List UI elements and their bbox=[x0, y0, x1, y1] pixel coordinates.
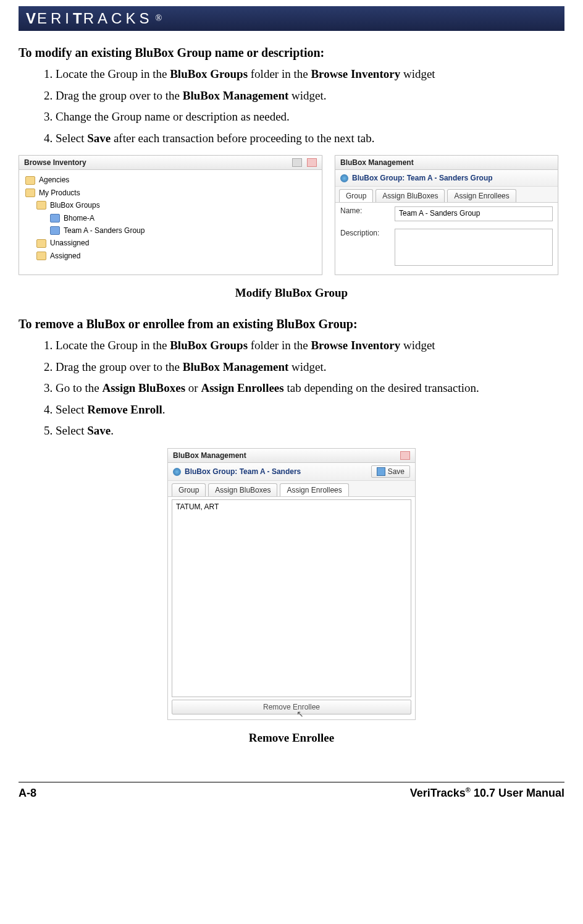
group-header: BluBox Group: Team A - Sanders Save bbox=[168, 463, 415, 481]
manual-title: VeriTracks® 10.7 User Manual bbox=[410, 786, 564, 800]
caption-modify: Modify BluBox Group bbox=[19, 286, 564, 300]
tree-item-bhome[interactable]: Bhome-A bbox=[25, 212, 316, 224]
page-number: A-8 bbox=[19, 787, 36, 800]
name-label: Name: bbox=[340, 206, 390, 215]
tree-item-unassigned[interactable]: Unassigned bbox=[25, 237, 316, 249]
tab-assign-enrollees[interactable]: Assign Enrollees bbox=[280, 483, 348, 496]
step: Drag the group over to the BluBox Manage… bbox=[56, 359, 564, 376]
tab-group[interactable]: Group bbox=[172, 483, 206, 496]
screenshot-modify-group: Browse Inventory Agencies My Products Bl… bbox=[19, 155, 564, 275]
tree-item-blubox-groups[interactable]: BluBox Groups bbox=[25, 199, 316, 211]
tabs: Group Assign BluBoxes Assign Enrollees bbox=[335, 187, 558, 203]
section2-steps: Locate the Group in the BluBox Groups fo… bbox=[19, 337, 564, 439]
name-field[interactable]: Team A - Sanders Group bbox=[395, 206, 553, 221]
step: Locate the Group in the BluBox Groups fo… bbox=[56, 66, 564, 83]
folder-icon bbox=[36, 252, 46, 260]
step: Locate the Group in the BluBox Groups fo… bbox=[56, 337, 564, 354]
tab-group[interactable]: Group bbox=[339, 189, 373, 202]
folder-icon bbox=[25, 176, 35, 185]
folder-icon bbox=[36, 239, 46, 248]
inventory-tree: Agencies My Products BluBox Groups Bhome… bbox=[19, 170, 322, 274]
step: Drag the group over to the BluBox Manage… bbox=[56, 88, 564, 104]
cursor-icon: ↖ bbox=[296, 709, 304, 719]
globe-icon bbox=[173, 468, 181, 476]
description-row: Description: bbox=[335, 225, 558, 269]
panel-title-text: BluBox Management bbox=[340, 158, 414, 167]
step: Select Save after each transaction befor… bbox=[56, 130, 564, 147]
folder-icon bbox=[36, 201, 46, 210]
close-icon[interactable] bbox=[400, 451, 410, 460]
blubox-management-panel: BluBox Management BluBox Group: Team A -… bbox=[167, 448, 416, 720]
step: Change the Group name or description as … bbox=[56, 109, 564, 125]
box-icon bbox=[50, 214, 60, 223]
enrollee-list[interactable]: TATUM, ART bbox=[172, 499, 411, 697]
tab-assign-enrollees[interactable]: Assign Enrollees bbox=[447, 189, 516, 202]
blubox-management-panel: BluBox Management BluBox Group: Team A -… bbox=[335, 155, 558, 275]
tree-item-agencies[interactable]: Agencies bbox=[25, 174, 316, 186]
name-row: Name: Team A - Sanders Group bbox=[335, 203, 558, 225]
description-field[interactable] bbox=[395, 229, 553, 266]
box-icon bbox=[50, 226, 60, 235]
screenshot-remove-enrollee: BluBox Management BluBox Group: Team A -… bbox=[19, 448, 564, 720]
panel-title-text: BluBox Management bbox=[173, 451, 246, 460]
panel-title-text: Browse Inventory bbox=[24, 158, 86, 167]
panel-title: Browse Inventory bbox=[19, 156, 322, 170]
description-label: Description: bbox=[340, 229, 390, 237]
folder-icon bbox=[25, 189, 35, 197]
caption-remove: Remove Enrollee bbox=[19, 731, 564, 745]
close-icon[interactable] bbox=[307, 158, 317, 167]
registered-icon: ® bbox=[155, 14, 162, 23]
brand-logo: VVERITRACKSERITRACKS bbox=[26, 10, 153, 27]
save-button[interactable]: Save bbox=[371, 465, 410, 478]
list-item[interactable]: TATUM, ART bbox=[176, 502, 407, 511]
group-header: BluBox Group: Team A - Sanders Group bbox=[335, 170, 558, 187]
tab-assign-bluboxes[interactable]: Assign BluBoxes bbox=[208, 483, 277, 496]
tree-item-teama[interactable]: Team A - Sanders Group bbox=[25, 224, 316, 237]
section2-heading: To remove a BluBox or enrollee from an e… bbox=[19, 317, 564, 331]
brand-header: VVERITRACKSERITRACKS ® bbox=[19, 6, 564, 31]
minimize-icon[interactable] bbox=[292, 158, 302, 167]
browse-inventory-panel: Browse Inventory Agencies My Products Bl… bbox=[19, 155, 322, 275]
panel-title: BluBox Management bbox=[168, 449, 415, 463]
step: Select Save. bbox=[56, 423, 564, 439]
save-icon bbox=[377, 467, 385, 476]
step: Select Remove Enroll. bbox=[56, 402, 564, 418]
tree-item-assigned[interactable]: Assigned bbox=[25, 250, 316, 262]
step: Go to the Assign BluBoxes or Assign Enro… bbox=[56, 380, 564, 397]
section1-steps: Locate the Group in the BluBox Groups fo… bbox=[19, 66, 564, 146]
section1-heading: To modify an existing BluBox Group name … bbox=[19, 46, 564, 60]
page-footer: A-8 VeriTracks® 10.7 User Manual bbox=[19, 782, 564, 800]
tab-assign-bluboxes[interactable]: Assign BluBoxes bbox=[375, 189, 445, 202]
tree-item-my-products[interactable]: My Products bbox=[25, 187, 316, 199]
panel-title: BluBox Management bbox=[335, 156, 558, 170]
tabs: Group Assign BluBoxes Assign Enrollees bbox=[168, 481, 415, 497]
remove-enrollee-button[interactable]: Remove Enrollee ↖ bbox=[172, 700, 411, 714]
globe-icon bbox=[340, 174, 348, 182]
